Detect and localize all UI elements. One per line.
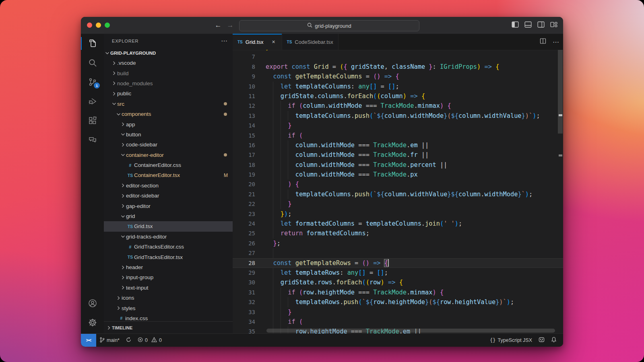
tree-folder-editor-section[interactable]: editor-section bbox=[104, 181, 233, 191]
tree-item-label: public bbox=[117, 90, 131, 97]
activity-comments-icon[interactable] bbox=[81, 130, 104, 150]
code-line-15[interactable]: 15 if ( bbox=[233, 131, 563, 140]
code-editor[interactable]: 6}78export const Grid = ({ gridState, cl… bbox=[233, 50, 563, 334]
tree-file-GridTracksEditor.tsx[interactable]: TSGridTracksEditor.tsx bbox=[104, 252, 233, 262]
activity-run-debug-icon[interactable] bbox=[81, 92, 104, 111]
code-line-18[interactable]: 18 column.widthMode === TrackMode.percen… bbox=[233, 160, 563, 170]
code-line-11[interactable]: 11 gridState.columns.forEach((column) =>… bbox=[233, 91, 563, 101]
code-line-23[interactable]: 23 }); bbox=[233, 209, 563, 219]
tree-file-GridTracksEditor.css[interactable]: #GridTracksEditor.css bbox=[104, 242, 233, 252]
toggle-panel-icon[interactable] bbox=[524, 21, 532, 28]
title-bar: ← → grid-playground bbox=[81, 17, 563, 34]
code-line-17[interactable]: 17 column.widthMode === TrackMode.fr || bbox=[233, 150, 563, 160]
code-line-10[interactable]: 10 let templateColumns: any[] = []; bbox=[233, 82, 563, 91]
activity-search-icon[interactable] bbox=[81, 53, 104, 72]
indent-guide bbox=[281, 160, 281, 170]
close-tab-icon[interactable]: × bbox=[270, 39, 277, 45]
accounts-icon[interactable] bbox=[81, 294, 104, 313]
code-line-19[interactable]: 19 column.widthMode === TrackMode.px bbox=[233, 170, 563, 179]
timeline-section-header[interactable]: TIMELINE bbox=[104, 321, 233, 334]
activity-explorer-icon[interactable] bbox=[81, 34, 104, 53]
editor-tab-CodeSidebar.tsx[interactable]: TSCodeSidebar.tsx bbox=[282, 34, 339, 50]
command-center-search[interactable]: grid-playground bbox=[239, 20, 419, 31]
tree-folder-src[interactable]: src bbox=[104, 99, 233, 109]
code-line-28[interactable]: 28 const getTemplateRows = () => { bbox=[233, 258, 563, 268]
tree-file-ContainerEditor.css[interactable]: #ContainerEditor.css bbox=[104, 160, 233, 170]
code-line-13[interactable]: 13 templateColumns.push(`${column.widthM… bbox=[233, 111, 563, 121]
tree-folder-app[interactable]: app bbox=[104, 119, 233, 129]
feedback-button[interactable] bbox=[535, 334, 548, 347]
code-line-25[interactable]: 25 return formattedColumns; bbox=[233, 228, 563, 238]
code-line-24[interactable]: 24 let formattedColumns = templateColumn… bbox=[233, 219, 563, 228]
code-line-34[interactable]: 34 if ( bbox=[233, 317, 563, 327]
toggle-secondary-sidebar-icon[interactable] bbox=[537, 21, 545, 28]
tree-folder-icons[interactable]: icons bbox=[104, 293, 233, 303]
tree-folder-build[interactable]: build bbox=[104, 68, 233, 78]
line-number: 9 bbox=[233, 72, 255, 81]
code-line-9[interactable]: 9 const getTemplateColumns = () => { bbox=[233, 72, 563, 81]
chevron-right-icon bbox=[120, 183, 126, 187]
explorer-more-actions-icon[interactable]: ⋯ bbox=[221, 37, 228, 45]
tree-folder-button[interactable]: button bbox=[104, 130, 233, 140]
code-line-27[interactable]: 27 bbox=[233, 248, 563, 258]
tree-folder-grid-tracks-editor[interactable]: grid-tracks-editor bbox=[104, 232, 233, 242]
tree-root-folder[interactable]: GRID-PLAYGROUND bbox=[104, 48, 233, 58]
tree-file-Grid.tsx[interactable]: TSGrid.tsx bbox=[104, 221, 233, 231]
code-line-33[interactable]: 33 } bbox=[233, 307, 563, 317]
tree-folder-.vscode[interactable]: .vscode bbox=[104, 58, 233, 68]
code-line-16[interactable]: 16 column.widthMode === TrackMode.em || bbox=[233, 140, 563, 150]
tree-folder-input-group[interactable]: input-group bbox=[104, 272, 233, 282]
code-line-7[interactable]: 7 bbox=[233, 52, 563, 62]
code-line-8[interactable]: 8export const Grid = ({ gridState, class… bbox=[233, 62, 563, 72]
maximize-window-button[interactable] bbox=[105, 23, 110, 28]
code-line-22[interactable]: 22 } bbox=[233, 199, 563, 209]
code-line-31[interactable]: 31 if (row.heightMode === TrackMode.minm… bbox=[233, 288, 563, 297]
tree-folder-grid[interactable]: grid bbox=[104, 211, 233, 221]
customize-layout-icon[interactable] bbox=[550, 21, 557, 28]
horizontal-scrollbar[interactable] bbox=[266, 329, 555, 333]
tree-folder-text-input[interactable]: text-input bbox=[104, 283, 233, 293]
split-editor-icon[interactable] bbox=[540, 38, 546, 46]
tree-file-index.css[interactable]: #index.css bbox=[104, 313, 233, 322]
tree-item-label: grid-tracks-editor bbox=[126, 234, 167, 240]
remote-indicator-button[interactable]: >< bbox=[81, 334, 96, 347]
tree-item-label: gap-editor bbox=[126, 203, 151, 209]
code-line-20[interactable]: 20 ) { bbox=[233, 179, 563, 189]
line-number: 16 bbox=[233, 140, 255, 150]
git-branch-status[interactable]: main* bbox=[96, 334, 123, 347]
activity-extensions-icon[interactable] bbox=[81, 111, 104, 130]
code-line-29[interactable]: 29 let templateRows: any[] = []; bbox=[233, 268, 563, 278]
vertical-scrollbar[interactable] bbox=[558, 50, 563, 134]
history-forward-button[interactable]: → bbox=[225, 20, 235, 31]
editor-more-actions-icon[interactable]: ⋯ bbox=[553, 38, 559, 46]
tree-folder-editor-sidebar[interactable]: editor-sidebar bbox=[104, 191, 233, 201]
sync-changes-button[interactable] bbox=[123, 334, 134, 347]
tree-folder-components[interactable]: components bbox=[104, 109, 233, 119]
chevron-right-icon bbox=[120, 276, 126, 280]
language-mode-selector[interactable]: {} TypeScript JSX bbox=[487, 334, 535, 347]
problems-status[interactable]: 0 0 bbox=[134, 334, 165, 347]
tree-folder-container-editor[interactable]: container-editor bbox=[104, 150, 233, 160]
code-line-26[interactable]: 26 }; bbox=[233, 239, 563, 248]
history-back-button[interactable]: ← bbox=[213, 20, 223, 31]
close-window-button[interactable] bbox=[87, 23, 92, 28]
tree-folder-styles[interactable]: styles bbox=[104, 303, 233, 313]
editor-tab-Grid.tsx[interactable]: TSGrid.tsx× bbox=[233, 34, 282, 50]
chevron-right-icon bbox=[120, 143, 126, 147]
code-line-30[interactable]: 30 gridState.rows.forEach((row) => { bbox=[233, 278, 563, 287]
code-line-12[interactable]: 12 if (column.widthMode === TrackMode.mi… bbox=[233, 101, 563, 111]
minimize-window-button[interactable] bbox=[96, 23, 101, 28]
code-line-32[interactable]: 32 templateRows.push(`${row.heightMode}(… bbox=[233, 297, 563, 307]
tree-folder-header[interactable]: header bbox=[104, 262, 233, 272]
code-line-14[interactable]: 14 } bbox=[233, 121, 563, 130]
code-line-21[interactable]: 21 templateColumns.push(`${column.widthV… bbox=[233, 189, 563, 199]
tree-folder-node_modules[interactable]: node_modules bbox=[104, 78, 233, 88]
tree-file-ContainerEditor.tsx[interactable]: TSContainerEditor.tsxM bbox=[104, 170, 233, 180]
toggle-primary-sidebar-icon[interactable] bbox=[512, 21, 519, 28]
tree-folder-gap-editor[interactable]: gap-editor bbox=[104, 201, 233, 211]
settings-gear-icon[interactable] bbox=[81, 313, 104, 332]
notifications-button[interactable] bbox=[548, 334, 560, 347]
tree-folder-code-sidebar[interactable]: code-sidebar bbox=[104, 140, 233, 150]
tree-folder-public[interactable]: public bbox=[104, 88, 233, 99]
activity-source-control-icon[interactable]: 1 bbox=[81, 72, 104, 92]
